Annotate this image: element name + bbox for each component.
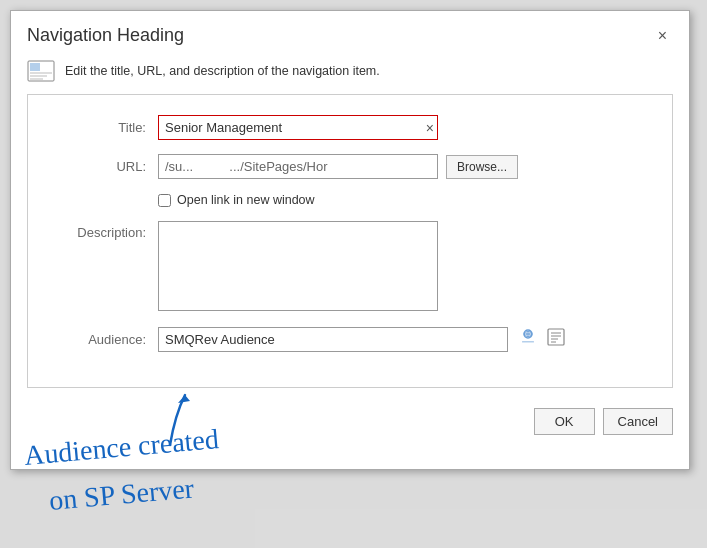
- url-label: URL:: [48, 159, 158, 174]
- description-label: Description:: [48, 221, 158, 240]
- url-row: URL: Browse...: [48, 154, 652, 179]
- url-input[interactable]: [158, 154, 438, 179]
- form-container: Title: × URL: Browse... Open link in new…: [27, 94, 673, 388]
- audience-check-icon-button[interactable]: [544, 325, 568, 353]
- info-icon: [27, 60, 55, 82]
- navigation-heading-dialog: Navigation Heading × Edit the title, URL…: [10, 10, 690, 470]
- audience-label: Audience:: [48, 332, 158, 347]
- dialog-footer: OK Cancel: [11, 400, 689, 451]
- description-row: Description:: [48, 221, 652, 311]
- title-label: Title:: [48, 120, 158, 135]
- audience-row: Audience:: [48, 325, 652, 353]
- open-new-window-checkbox[interactable]: [158, 194, 171, 207]
- title-input[interactable]: [158, 115, 438, 140]
- svg-rect-9: [522, 341, 534, 343]
- dialog-title: Navigation Heading: [27, 25, 184, 46]
- open-new-window-row: Open link in new window: [158, 193, 652, 207]
- title-clear-button[interactable]: ×: [426, 121, 434, 135]
- dialog-titlebar: Navigation Heading ×: [11, 11, 689, 54]
- title-row: Title: ×: [48, 115, 652, 140]
- title-input-wrapper: ×: [158, 115, 438, 140]
- audience-icons: [516, 325, 568, 353]
- url-input-group: Browse...: [158, 154, 518, 179]
- close-button[interactable]: ×: [652, 26, 673, 46]
- svg-rect-10: [548, 329, 564, 345]
- subtitle-text: Edit the title, URL, and description of …: [65, 64, 380, 78]
- audience-browse-icon-button[interactable]: [516, 325, 540, 353]
- cancel-button[interactable]: Cancel: [603, 408, 673, 435]
- svg-rect-1: [30, 63, 40, 71]
- audience-input[interactable]: [158, 327, 508, 352]
- audience-input-group: [158, 325, 568, 353]
- open-new-window-label: Open link in new window: [177, 193, 315, 207]
- dialog-overlay: Navigation Heading × Edit the title, URL…: [0, 0, 707, 548]
- ok-button[interactable]: OK: [534, 408, 595, 435]
- description-textarea[interactable]: [158, 221, 438, 311]
- browse-button[interactable]: Browse...: [446, 155, 518, 179]
- dialog-subtitle: Edit the title, URL, and description of …: [11, 54, 689, 94]
